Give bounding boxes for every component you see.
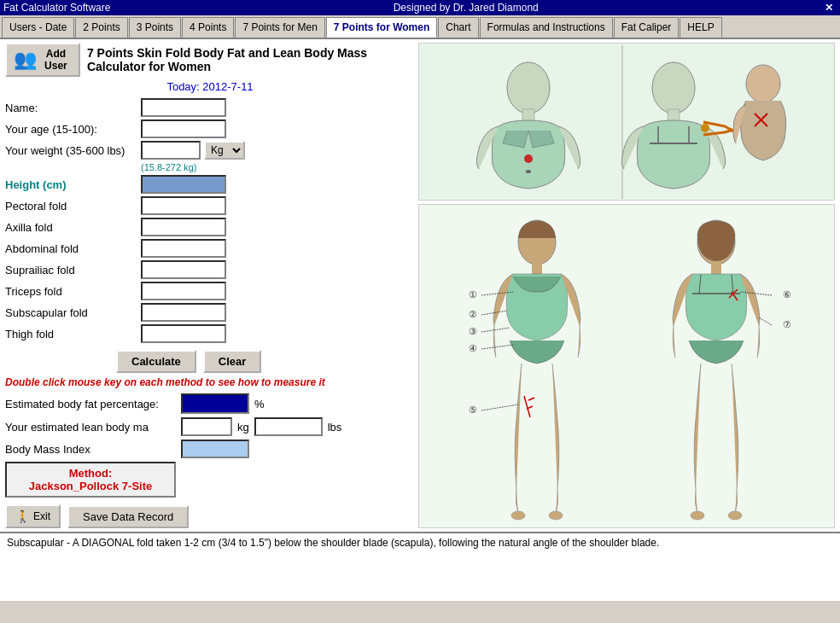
tab-7points-men[interactable]: 7 Points for Men [235,17,324,38]
body-image-bottom: ① ② ③ ④ ⑤ [418,204,835,528]
lean-lbs-unit: lbs [328,421,342,434]
triceps-row: Triceps fold [5,282,415,300]
weight-input[interactable] [141,141,201,160]
exit-button[interactable]: 🚶 Exit [5,504,61,528]
svg-point-9 [701,124,709,132]
svg-rect-14 [532,261,542,274]
subscapular-input[interactable] [141,303,226,322]
instruction-text: Double click mouse key on each method to… [5,376,415,388]
add-user-button[interactable]: 👥 Add User [5,43,80,77]
svg-text:①: ① [469,289,477,300]
axilla-label: Axilla fold [5,221,137,234]
svg-point-1 [507,62,550,114]
lean-kg-value[interactable] [181,417,232,436]
thigh-input[interactable] [141,324,226,343]
weight-unit-select[interactable]: Kg Lbs [204,141,245,160]
height-input[interactable] [141,175,226,194]
abdominal-label: Abdominal fold [5,242,137,255]
app-title: Fat Calculator Software [3,2,110,14]
fat-pct-value [181,393,249,414]
method-label: Method: [17,467,164,480]
svg-point-4 [524,154,533,163]
fat-pct-row: Estimated body fat percentage: % [5,393,415,414]
abdominal-row: Abdominal fold [5,239,415,258]
status-bar: Subscapular - A DIAGONAL fold taken 1-2 … [0,532,840,566]
pectoral-label: Pectoral fold [5,200,137,213]
clear-button[interactable]: Clear [203,350,262,373]
svg-text:⑦: ⑦ [783,319,791,329]
add-user-label: Add User [40,48,72,72]
svg-point-6 [652,62,695,114]
lean-lbs-value[interactable] [254,417,323,436]
bmi-row: Body Mass Index [5,440,415,458]
tab-chart[interactable]: Chart [438,17,478,38]
exit-label: Exit [33,510,50,522]
weight-hint: (15.8-272 kg) [141,162,196,172]
svg-rect-12 [426,208,827,524]
calculate-button[interactable]: Calculate [116,350,196,373]
body-bottom-svg: ① ② ③ ④ ⑤ [426,208,827,524]
abdominal-input[interactable] [141,239,226,258]
pectoral-input[interactable] [141,196,226,215]
svg-point-8 [746,65,780,102]
svg-point-32 [691,511,704,520]
image-panel: ① ② ③ ④ ⑤ [418,43,835,528]
tab-2points[interactable]: 2 Points [75,17,127,38]
user-icon: 👥 [14,49,37,71]
svg-point-16 [549,511,563,520]
results-section: Estimated body fat percentage: % Your es… [5,393,415,528]
svg-text:④: ④ [469,343,477,353]
form-panel: 👥 Add User 7 Points Skin Fold Body Fat a… [5,43,415,528]
tab-help[interactable]: HELP [680,17,721,38]
lean-kg-unit: kg [237,421,249,434]
thigh-row: Thigh fold [5,324,415,343]
axilla-input[interactable] [141,218,226,236]
calc-buttons: Calculate Clear [116,350,415,373]
svg-text:③: ③ [469,326,477,336]
svg-text:②: ② [469,309,477,319]
height-row: Height (cm) [5,175,415,194]
suprailiac-input[interactable] [141,260,226,279]
height-label: Height (cm) [5,178,137,191]
name-input[interactable] [141,98,226,117]
weight-label: Your weight (35-600 lbs) [5,144,137,157]
subscapular-row: Subscapular fold [5,303,415,322]
title-bar: Fat Calculator Software Designed by Dr. … [0,0,840,15]
pectoral-row: Pectoral fold [5,196,415,215]
suprailiac-row: Suprailiac fold [5,260,415,279]
exit-icon: 🚶 [15,509,30,523]
top-section: 👥 Add User 7 Points Skin Fold Body Fat a… [0,39,840,532]
method-box: Method: Jackson_Pollock 7-Site [5,462,176,498]
weight-hint-row: (15.8-272 kg) [5,162,415,172]
fat-pct-unit: % [254,398,265,410]
subscapular-label: Subscapular fold [5,306,137,319]
svg-point-3 [526,170,531,173]
body-image-top [418,43,835,201]
svg-text:⑥: ⑥ [783,289,791,300]
tab-4points[interactable]: 4 Points [182,17,234,38]
triceps-label: Triceps fold [5,285,137,298]
tab-7points-women[interactable]: 7 Points for Women [326,17,437,38]
method-value: Jackson_Pollock 7-Site [17,480,164,492]
bmi-value [181,440,249,458]
name-row: Name: [5,98,415,117]
triceps-input[interactable] [141,282,226,300]
tab-users-date[interactable]: Users - Date [2,17,74,38]
age-row: Your age (15-100): [5,119,415,138]
body-top-svg [426,45,827,199]
save-button[interactable]: Save Data Record [67,505,189,528]
axilla-row: Axilla fold [5,218,415,236]
close-icon[interactable]: ✕ [821,2,837,14]
age-input[interactable] [141,119,226,138]
nav-bar: Users - Date 2 Points 3 Points 4 Points … [0,15,840,39]
tab-3points[interactable]: 3 Points [129,17,181,38]
svg-point-15 [511,511,525,520]
name-label: Name: [5,102,137,114]
page-header: 👥 Add User 7 Points Skin Fold Body Fat a… [5,43,415,77]
bmi-label: Body Mass Index [5,443,176,456]
main-content: 👥 Add User 7 Points Skin Fold Body Fat a… [0,39,840,601]
status-text: Subscapular - A DIAGONAL fold taken 1-2 … [7,537,659,549]
svg-rect-31 [711,261,721,274]
tab-fat-caliper[interactable]: Fat Caliper [614,17,680,38]
tab-formulas[interactable]: Formulas and Instructions [480,17,613,38]
